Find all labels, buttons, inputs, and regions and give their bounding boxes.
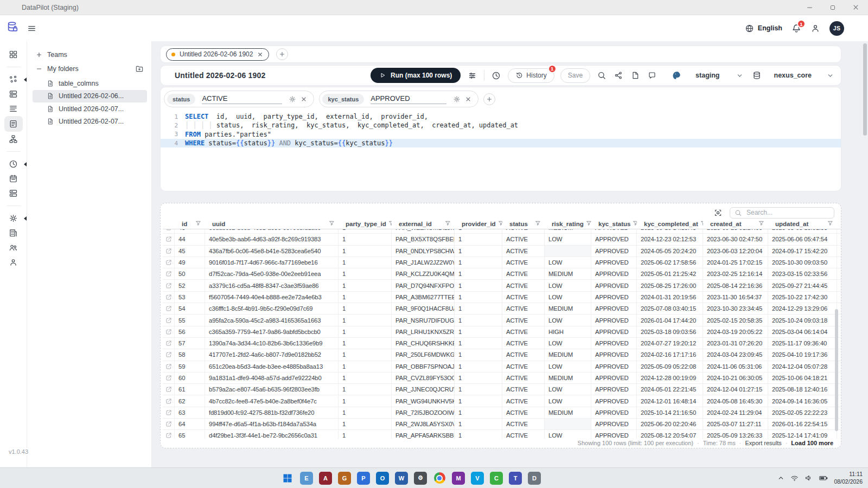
sql-editor[interactable]: 1SELECT id, uuid, party_type_id, externa… <box>161 112 841 147</box>
schedule-icon[interactable] <box>490 70 502 81</box>
export-results-link[interactable]: Export results <box>745 440 781 446</box>
taskbar-photos-icon[interactable]: P <box>357 472 370 485</box>
table-row-61[interactable]: 61b579a2ac-e807-45a6-b635-96f2803ee3fb1P… <box>163 384 841 395</box>
open-row-icon[interactable] <box>163 314 175 325</box>
taskbar-outlook-icon[interactable]: O <box>376 472 389 485</box>
table-row-50[interactable]: 50d7f52cac-79da-45e0-938e-00e2eeb91eea1P… <box>163 268 841 280</box>
my-folders-group[interactable]: My folders <box>27 62 151 76</box>
open-row-icon[interactable] <box>163 395 175 406</box>
volume-icon[interactable] <box>805 474 813 482</box>
account-button[interactable] <box>810 23 820 33</box>
table-row-62[interactable]: 624b7cc82c-fee8-47e5-b40e-2a8bef0f4e7c1P… <box>163 395 841 407</box>
table-row-55[interactable]: 55a95fa2ca-590a-45c2-a983-4165365a16631P… <box>163 314 841 326</box>
taskbar-clock[interactable]: 11:11 08/02/2026 <box>834 471 863 485</box>
rail-settings-icon[interactable] <box>4 211 23 226</box>
language-selector[interactable]: English <box>745 24 782 33</box>
collapse-arrow-icon[interactable] <box>24 78 27 82</box>
history-button[interactable]: History 1 <box>508 68 554 83</box>
filter-icon[interactable] <box>586 220 591 227</box>
collapse-arrow-icon[interactable] <box>24 216 27 221</box>
rail-nodes-icon[interactable] <box>4 72 23 87</box>
table-row-57[interactable]: 571390a74a-3d34-4c10-82b6-3b6c1336e9b91P… <box>163 338 841 349</box>
taskbar-file-explorer-icon[interactable]: E <box>300 472 313 485</box>
filter-icon[interactable] <box>498 220 502 227</box>
taskbar-calc-app-icon[interactable]: C <box>490 472 503 485</box>
results-search-input[interactable] <box>745 208 829 217</box>
folder-item-0[interactable]: table_colmns <box>33 77 147 90</box>
param-settings-icon[interactable] <box>452 94 462 104</box>
filter-icon[interactable] <box>535 220 541 227</box>
rail-dashboard-icon[interactable] <box>4 47 23 62</box>
rail-user-icon[interactable] <box>4 255 23 269</box>
rail-flow-icon[interactable] <box>4 132 23 146</box>
table-row-58[interactable]: 58417707e1-2fd2-4a6c-b807-7d9e0182bb521P… <box>163 349 841 361</box>
comment-icon[interactable] <box>647 70 658 81</box>
table-row-56[interactable]: 56c365a359-7759-4e17-9a86-9abfd5bcbcb01P… <box>163 326 841 338</box>
param-remove-icon[interactable] <box>464 95 473 104</box>
table-row-45[interactable]: 45436a7fb6-0c06-45e8-b41e-5283cea6e5401P… <box>163 246 841 257</box>
environment-selector[interactable]: staging <box>671 70 743 81</box>
minimize-button[interactable] <box>806 4 813 11</box>
open-row-icon[interactable] <box>163 234 175 245</box>
param-settings-icon[interactable] <box>288 94 297 104</box>
tab-close-icon[interactable] <box>257 52 263 57</box>
tray-chevron-up-icon[interactable] <box>777 474 784 481</box>
save-button[interactable]: Save <box>560 68 590 83</box>
run-button[interactable]: Run (max 100 rows) <box>371 68 461 83</box>
open-row-icon[interactable] <box>163 361 175 372</box>
open-row-icon[interactable] <box>163 292 175 303</box>
taskbar-settings-app-icon[interactable]: ⚙ <box>414 472 427 485</box>
rail-list-icon[interactable] <box>4 101 23 116</box>
rail-calendar-icon[interactable] <box>4 171 23 186</box>
teams-group[interactable]: Teams <box>27 48 151 62</box>
open-row-icon[interactable] <box>163 268 175 279</box>
open-row-icon[interactable] <box>163 303 175 314</box>
query-settings-icon[interactable] <box>467 70 478 81</box>
taskbar-window-app-icon[interactable]: W <box>395 472 408 485</box>
table-row-54[interactable]: 54c36fffc1-8c5f-4b91-9b5c-f290e09d7c691P… <box>163 303 841 314</box>
battery-icon[interactable] <box>819 473 828 483</box>
open-row-icon[interactable] <box>163 338 175 349</box>
taskbar-start-button-icon[interactable] <box>281 472 294 485</box>
folder-item-1[interactable]: Untitled 2026-02-06... <box>33 90 147 103</box>
rail-clock-icon[interactable] <box>4 157 23 171</box>
results-scrollbar-thumb[interactable] <box>835 309 838 431</box>
new-tab-button[interactable] <box>276 48 288 60</box>
tab-active[interactable]: Untitled 2026-02-06 1902 <box>166 48 269 61</box>
query-title[interactable]: Untitled 2026-02-06 1902 <box>175 71 265 80</box>
rail-building-icon[interactable] <box>4 226 23 240</box>
share-icon[interactable] <box>613 70 624 81</box>
filter-icon[interactable] <box>827 220 833 227</box>
table-row-43[interactable]: 43e0daec02-d65b-4651-a036-90796bfd1acc1P… <box>163 229 841 234</box>
taskbar-tool-app-icon[interactable]: T <box>509 472 522 485</box>
param-remove-icon[interactable] <box>299 95 308 104</box>
add-param-button[interactable] <box>483 93 495 105</box>
close-button[interactable] <box>852 4 859 11</box>
table-row-44[interactable]: 4440e5be3b-aab6-4d63-a92f-8c269c9193831P… <box>163 234 841 245</box>
filter-icon[interactable] <box>758 220 764 227</box>
document-icon[interactable] <box>630 70 641 81</box>
open-row-icon[interactable] <box>163 430 175 439</box>
new-folder-icon[interactable] <box>135 65 144 73</box>
param-value-input[interactable] <box>202 94 282 104</box>
open-row-icon[interactable] <box>163 384 175 395</box>
rail-storage-icon[interactable] <box>4 186 23 201</box>
fit-screen-icon[interactable] <box>713 208 723 218</box>
table-row-49[interactable]: 499016f01d-7f17-4d67-966c-fa77169ebe161P… <box>163 257 841 268</box>
maximize-button[interactable] <box>829 4 836 11</box>
open-row-icon[interactable] <box>163 419 175 429</box>
open-row-icon[interactable] <box>163 246 175 256</box>
load-more-link[interactable]: Load 100 more <box>791 440 833 446</box>
collapse-arrow-icon[interactable] <box>24 162 27 166</box>
open-row-icon[interactable] <box>163 407 175 418</box>
open-row-icon[interactable] <box>163 326 175 337</box>
table-row-59[interactable]: 59651c20ea-b5d3-4ade-b3ee-e4885ba8aa131P… <box>163 361 841 373</box>
page-scrollbar[interactable] <box>863 43 867 462</box>
search-icon[interactable] <box>596 70 607 81</box>
database-selector[interactable]: nexus_core <box>752 71 834 80</box>
table-row-63[interactable]: 63fd819d00-fc92-4275-881b-f32df736fe201P… <box>163 407 841 419</box>
rail-stack-icon[interactable] <box>4 87 23 101</box>
folder-item-2[interactable]: Untitled 2026-02-07... <box>33 102 147 115</box>
taskbar-chrome-icon[interactable] <box>433 472 446 485</box>
folder-item-3[interactable]: Untitled 2026-02-07... <box>33 115 147 129</box>
